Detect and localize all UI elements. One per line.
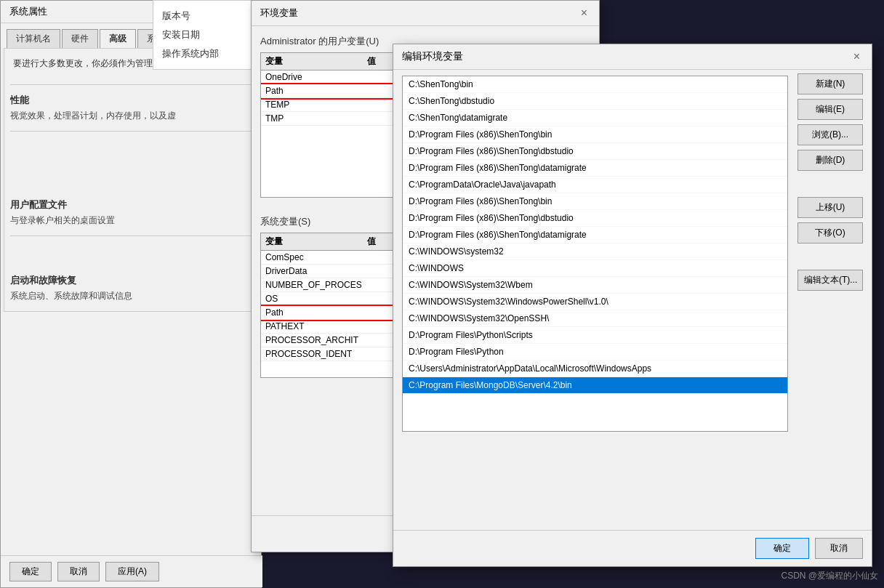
path-list-item[interactable]: C:\ShenTong\bin: [403, 76, 787, 93]
edit-dialog-footer: 确定 取消: [393, 530, 872, 566]
move-down-btn[interactable]: 下移(O): [797, 222, 863, 243]
path-list-item[interactable]: C:\ProgramData\Oracle\Java\javapath: [403, 177, 787, 193]
env-dialog-title: 环境变量: [260, 7, 298, 20]
edit-cancel-btn[interactable]: 取消: [815, 538, 863, 559]
delete-btn[interactable]: 删除(D): [797, 150, 863, 171]
system-props-panel: 系统属性 计算机名 硬件 高级 系统保护 远程 要进行大多数更改，你必须作为管理…: [0, 0, 262, 588]
tab-hardware[interactable]: 硬件: [62, 29, 98, 48]
footer-ok-btn[interactable]: 确定: [9, 562, 52, 581]
edit-text-btn[interactable]: 编辑文本(T)...: [797, 270, 863, 291]
path-list-item[interactable]: D:\Program Files\Python: [403, 344, 787, 361]
sys-var-col-header: 变量: [265, 235, 367, 248]
edit-dialog-titlebar: 编辑环境变量 ×: [393, 44, 872, 70]
path-list-item[interactable]: D:\Program Files (x86)\ShenTong\dbstudio: [403, 143, 787, 160]
path-list-container[interactable]: C:\ShenTong\binC:\ShenTong\dbstudioC:\Sh…: [402, 76, 788, 432]
edit-btn-panel: 新建(N) 编辑(E) 浏览(B)... 删除(D) 上移(U) 下移(O) 编…: [797, 73, 863, 291]
new-btn[interactable]: 新建(N): [797, 73, 863, 94]
startup-desc[interactable]: 系统启动、系统故障和调试信息: [10, 290, 252, 302]
path-list-item[interactable]: C:\ShenTong\dbstudio: [403, 93, 787, 110]
user-profile-desc[interactable]: 与登录帐户相关的桌面设置: [10, 214, 252, 227]
path-list-item[interactable]: D:\Program Files (x86)\ShenTong\datamigr…: [403, 160, 787, 177]
sys-props-title: 系统属性: [9, 5, 47, 18]
sys-props-footer: 确定 取消 应用(A): [1, 555, 262, 587]
path-list-item[interactable]: D:\Program Files (x86)\ShenTong\bin: [403, 126, 787, 143]
performance-label: 性能: [10, 94, 252, 107]
user-profile-label: 用户配置文件: [10, 198, 252, 212]
edit-ok-btn[interactable]: 确定: [755, 538, 809, 559]
startup-label: 启动和故障恢复: [10, 274, 252, 287]
path-list-item[interactable]: C:\WINDOWS\System32\OpenSSH\: [403, 310, 787, 327]
path-list-item[interactable]: C:\Users\Administrator\AppData\Local\Mic…: [403, 361, 787, 377]
edit-env-dialog: 编辑环境变量 × 新建(N) 编辑(E) 浏览(B)... 删除(D) 上移(U…: [393, 44, 872, 567]
path-list-item[interactable]: D:\Program Files (x86)\ShenTong\datamigr…: [403, 227, 787, 243]
footer-apply-btn[interactable]: 应用(A): [105, 562, 159, 581]
path-list-item[interactable]: C:\Program Files\MongoDB\Server\4.2\bin: [403, 377, 787, 394]
edit-dialog-close[interactable]: ×: [851, 50, 863, 63]
path-list-item[interactable]: D:\Program Files (x86)\ShenTong\dbstudio: [403, 210, 787, 227]
footer-cancel-btn[interactable]: 取消: [57, 562, 100, 581]
user-var-col-header: 变量: [265, 55, 367, 68]
watermark: CSDN @爱编程的小仙女: [781, 570, 878, 582]
path-list-item[interactable]: D:\Program Files (x86)\ShenTong\bin: [403, 193, 787, 210]
path-list-item[interactable]: C:\WINDOWS\system32: [403, 243, 787, 260]
path-list-item[interactable]: D:\Program Files\Python\Scripts: [403, 327, 787, 344]
env-dialog-titlebar: 环境变量 ×: [252, 1, 599, 26]
move-up-btn[interactable]: 上移(U): [797, 197, 863, 218]
env-dialog-close[interactable]: ×: [578, 7, 590, 20]
browse-btn[interactable]: 浏览(B)...: [797, 124, 863, 145]
edit-btn[interactable]: 编辑(E): [797, 99, 863, 120]
path-list-item[interactable]: C:\WINDOWS\System32\WindowsPowerShell\v1…: [403, 294, 787, 310]
path-list-item[interactable]: C:\WINDOWS\System32\Wbem: [403, 277, 787, 294]
path-list-item[interactable]: C:\ShenTong\datamigrate: [403, 110, 787, 126]
performance-desc[interactable]: 视觉效果，处理器计划，内存使用，以及虚: [10, 110, 252, 122]
tab-computer-name[interactable]: 计算机名: [7, 29, 60, 48]
tab-advanced[interactable]: 高级: [100, 29, 136, 48]
edit-dialog-title: 编辑环境变量: [402, 50, 463, 63]
path-list-item[interactable]: C:\WINDOWS: [403, 260, 787, 277]
